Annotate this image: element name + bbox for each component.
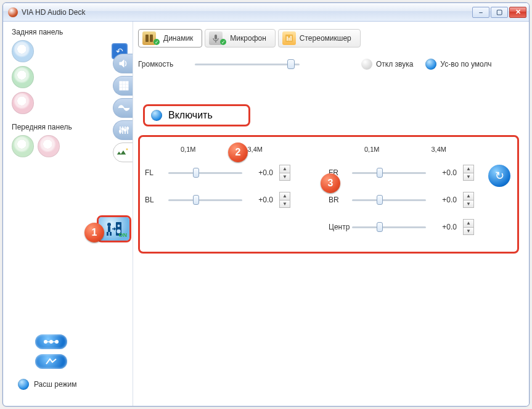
spinner-up-icon[interactable]: ▲ xyxy=(463,165,474,173)
distance-box: 0,1M3,4MFL+0.0▲▼BL+0.0▲▼ 0,1M3,4MFR+0.0▲… xyxy=(138,135,519,254)
jack-rear-pink[interactable] xyxy=(12,92,34,114)
side-equalizer-icon[interactable] xyxy=(113,120,134,140)
spinner-up-icon[interactable]: ▲ xyxy=(279,192,290,200)
svg-rect-30 xyxy=(145,35,149,42)
distance-value: +0.0 xyxy=(242,168,273,177)
side-scene-icon[interactable] xyxy=(113,143,134,162)
side-wave-icon[interactable] xyxy=(113,98,134,118)
distance-value: +0.0 xyxy=(242,196,273,204)
channel-label: FL xyxy=(145,168,168,177)
channel-label: Центр xyxy=(329,223,352,231)
distance-spinner[interactable]: ▲▼ xyxy=(279,165,290,181)
app-window: VIA HD Audio Deck – ▢ ✕ Задняя панель ↶ … xyxy=(2,2,530,407)
titlebar: VIA HD Audio Deck – ▢ ✕ xyxy=(3,3,529,22)
distance-slider[interactable] xyxy=(352,167,426,178)
check-icon: ✓ xyxy=(220,39,226,45)
volume-slider[interactable] xyxy=(195,59,300,70)
tab-mic[interactable]: ✓ Микрофон xyxy=(205,29,275,48)
tab-mixer-label: Стереомикшер xyxy=(300,34,351,43)
svg-rect-31 xyxy=(150,35,153,42)
svg-rect-3 xyxy=(120,85,122,87)
mute-toggle[interactable] xyxy=(361,59,372,70)
jack-rear-blue[interactable] xyxy=(12,40,34,62)
advanced-mode-toggle[interactable] xyxy=(18,379,29,390)
svg-rect-32 xyxy=(215,35,217,39)
distance-slider[interactable] xyxy=(352,221,426,233)
svg-rect-8 xyxy=(126,88,128,90)
distance-value: +0.0 xyxy=(426,223,457,231)
scale-min: 0,1M xyxy=(181,146,195,153)
channel-label: BL xyxy=(145,196,168,204)
svg-point-23 xyxy=(118,225,120,227)
default-device-toggle[interactable] xyxy=(425,59,436,70)
enable-toggle[interactable] xyxy=(151,110,162,121)
spinner-up-icon[interactable]: ▲ xyxy=(279,165,290,173)
volume-label: Громкость xyxy=(138,60,182,68)
svg-rect-15 xyxy=(124,130,126,131)
distance-spinner[interactable]: ▲▼ xyxy=(279,192,290,208)
scale-max: 3,4M xyxy=(247,146,262,153)
distance-value: +0.0 xyxy=(426,168,457,177)
side-volume-icon[interactable] xyxy=(113,54,134,73)
svg-rect-2 xyxy=(126,81,128,84)
connector-button[interactable] xyxy=(35,334,67,349)
svg-rect-5 xyxy=(126,85,128,87)
channel-label: BR xyxy=(329,196,352,204)
side-buttons xyxy=(113,54,134,162)
marker-3: 3 xyxy=(321,173,340,193)
svg-point-26 xyxy=(49,340,53,344)
channel-row: Центр+0.0▲▼ xyxy=(329,213,512,241)
channel-row: FL+0.0▲▼ xyxy=(145,159,329,186)
spinner-up-icon[interactable]: ▲ xyxy=(463,192,474,200)
left-panel: Задняя панель ↶ Передняя панель xyxy=(3,22,133,406)
spinner-down-icon[interactable]: ▼ xyxy=(279,200,290,209)
app-icon xyxy=(8,7,18,17)
svg-rect-6 xyxy=(120,88,122,90)
jack-front-pink[interactable] xyxy=(38,135,60,157)
jack-rear-green[interactable] xyxy=(12,66,34,88)
tab-speaker[interactable]: ✓ Динамик xyxy=(138,29,202,48)
distance-spinner[interactable]: ▲▼ xyxy=(463,165,474,181)
svg-rect-21 xyxy=(110,232,112,236)
distance-slider[interactable] xyxy=(168,194,242,205)
spinner-down-icon[interactable]: ▼ xyxy=(463,200,474,209)
svg-rect-4 xyxy=(123,85,125,87)
close-button[interactable]: ✕ xyxy=(509,7,526,18)
svg-rect-13 xyxy=(119,131,121,132)
spinner-up-icon[interactable]: ▲ xyxy=(463,219,474,227)
spinner-down-icon[interactable]: ▼ xyxy=(463,173,474,181)
window-title: VIA HD Audio Deck xyxy=(22,8,472,17)
svg-rect-19 xyxy=(108,226,110,232)
jack-front-green[interactable] xyxy=(12,135,34,157)
svg-rect-0 xyxy=(120,81,122,84)
distance-slider[interactable] xyxy=(168,167,242,178)
tab-speaker-label: Динамик xyxy=(163,34,193,43)
enable-box: Включить xyxy=(143,104,250,126)
svg-rect-7 xyxy=(123,88,125,90)
scale-max: 3,4M xyxy=(431,146,446,153)
side-channels-icon[interactable] xyxy=(113,76,134,96)
svg-point-17 xyxy=(126,148,128,151)
svg-point-18 xyxy=(107,223,111,226)
spinner-down-icon[interactable]: ▼ xyxy=(463,227,474,236)
channel-row: BR+0.0▲▼ xyxy=(329,186,512,213)
minimize-button[interactable]: – xyxy=(472,7,489,18)
channel-row: BL+0.0▲▼ xyxy=(145,186,329,213)
maximize-button[interactable]: ▢ xyxy=(491,7,508,18)
check-icon: ✓ xyxy=(153,39,160,45)
svg-point-27 xyxy=(55,340,59,344)
enhancement-button[interactable] xyxy=(35,354,67,369)
tabs: ✓ Динамик ✓ Микрофон Стереомикшер xyxy=(138,29,519,48)
marker-1: 1 xyxy=(84,223,104,242)
tab-mic-label: Микрофон xyxy=(230,34,266,43)
mute-label: Откл звука xyxy=(376,60,413,68)
rear-panel-label: Задняя панель xyxy=(12,28,128,36)
svg-rect-14 xyxy=(121,128,123,130)
distance-spinner[interactable]: ▲▼ xyxy=(463,219,474,235)
distance-spinner[interactable]: ▲▼ xyxy=(463,192,474,208)
distance-slider[interactable] xyxy=(352,194,426,205)
spinner-down-icon[interactable]: ▼ xyxy=(279,173,290,181)
mixer-icon xyxy=(282,31,296,45)
channel-row: FR+0.0▲▼ xyxy=(329,159,512,186)
tab-mixer[interactable]: Стереомикшер xyxy=(278,29,361,48)
